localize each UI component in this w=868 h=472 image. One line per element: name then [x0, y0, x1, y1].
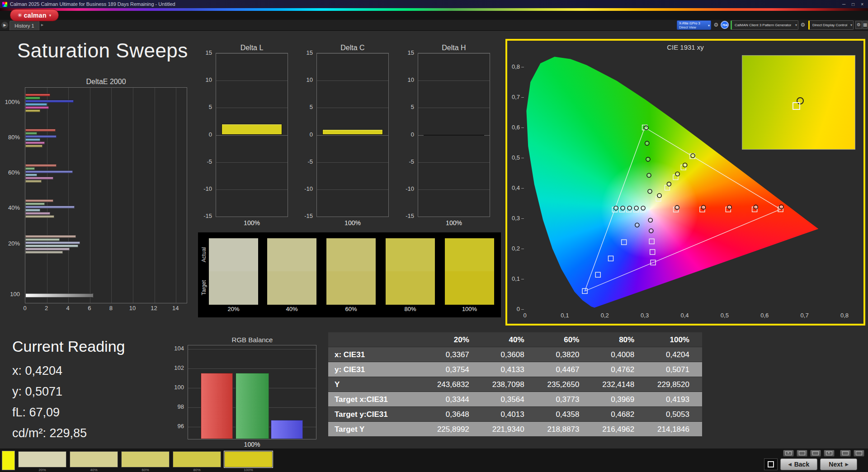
row-label: x: CIE31	[328, 347, 427, 362]
delta-h-title: Delta H	[418, 44, 490, 52]
deltae-bar	[25, 212, 50, 215]
reading-x: x: 0,4204	[12, 364, 62, 378]
bottom-swatch[interactable]	[18, 451, 66, 467]
deltae-bar	[25, 142, 45, 144]
calman-logo-icon: ✳	[18, 12, 22, 19]
y-tick-label: 0,8	[507, 63, 520, 70]
y-tick-label: 15	[402, 49, 414, 57]
cell-value: 229,8520	[647, 377, 702, 392]
row-label: Target Y	[328, 422, 427, 436]
y-category-label: 60%	[0, 169, 20, 176]
meter-select-button[interactable]: X-Rite i1Pro 3 Direct View ▾	[677, 20, 711, 30]
deltae-bar	[25, 199, 53, 202]
bottom-swatch-label: 60%	[121, 468, 170, 472]
actual-swatch	[445, 238, 494, 271]
bottom-swatch[interactable]	[121, 451, 170, 467]
bottom-swatch[interactable]	[173, 451, 221, 467]
y-tick-mark	[521, 127, 524, 128]
measured-marker-red	[675, 205, 679, 209]
notes-button[interactable]	[824, 450, 835, 457]
y-tick-label: 102	[172, 364, 184, 372]
cell-value: 218,8873	[537, 422, 592, 436]
deltae-bar	[25, 167, 35, 170]
cell-value: 0,5071	[647, 362, 702, 377]
settings-gear-button[interactable]: ⚙	[855, 21, 862, 29]
x-tick-label: 0,5	[721, 312, 729, 319]
y-category-label: 20%	[0, 240, 20, 247]
swatch-level-label: 40%	[267, 306, 316, 312]
bottom-swatch[interactable]	[224, 451, 273, 467]
page-title: Saturation Sweeps	[17, 39, 188, 62]
y-tick-label: 15	[301, 49, 313, 57]
measured-marker-green	[648, 189, 652, 194]
layout-grid-button[interactable]: ▦	[863, 21, 868, 29]
help-button[interactable]	[854, 450, 864, 457]
display-control-button[interactable]: Direct Display Control ▾	[808, 20, 854, 30]
meter-status-badge: 704	[721, 21, 729, 29]
maximize-button[interactable]: □	[852, 2, 854, 7]
pattern-window-button[interactable]	[783, 450, 794, 457]
bottom-swatch[interactable]	[70, 451, 118, 467]
deltae-chart-area	[25, 87, 187, 303]
minimize-button[interactable]: ─	[842, 2, 845, 7]
measured-marker-green	[646, 157, 650, 161]
history-nav-button[interactable]: ▶	[1, 22, 8, 28]
table-row: Target x:CIE310,33440,35640,37730,39690,…	[328, 392, 702, 407]
bottom-swatch-label: 80%	[173, 468, 221, 472]
measured-marker-red	[727, 205, 731, 209]
back-button[interactable]: ◀ Back	[780, 458, 817, 470]
delta-c-title: Delta C	[316, 44, 389, 52]
report-button[interactable]	[810, 450, 821, 457]
close-button[interactable]: ×	[861, 2, 863, 7]
bottom-swatch-label: 20%	[18, 468, 66, 472]
swatch-level-label: 60%	[326, 306, 376, 312]
delta-l-chart-area	[216, 53, 288, 217]
measured-marker-cyan	[614, 206, 618, 210]
next-button[interactable]: Next ▶	[820, 458, 857, 470]
measured-marker-magenta	[648, 218, 652, 222]
pattern-generator-button[interactable]: CalMAN Client 3 Pattern Generator ▾	[731, 20, 798, 30]
display-control-label: Direct Display Control	[812, 23, 847, 27]
deltae-bar	[25, 94, 50, 96]
deltae-bar	[25, 241, 80, 244]
deltae-bar	[25, 138, 40, 141]
cell-value: 221,9340	[482, 422, 537, 436]
window-titlebar: Calman 2025 Calman Ultimate for Business…	[0, 0, 868, 8]
stop-measurement-button[interactable]	[764, 458, 778, 470]
deltae-bar	[25, 248, 70, 250]
display-preview-button[interactable]	[797, 450, 807, 457]
row-label: Target x:CIE31	[328, 392, 427, 406]
deltae-bar	[25, 177, 53, 179]
pattern-settings-gear-icon[interactable]: ⚙	[799, 21, 807, 28]
measured-marker-cyan	[641, 206, 645, 210]
chart-view-button[interactable]	[840, 450, 851, 457]
cell-value: 0,3367	[427, 347, 482, 362]
rgb-y-axis: 1041021009896	[172, 345, 186, 439]
deltae-x-axis: 02468101214	[25, 305, 187, 313]
actual-swatch	[386, 238, 435, 271]
x-tick-label: 0,2	[601, 312, 609, 319]
cell-value: 243,6832	[427, 377, 482, 392]
grid-line	[216, 189, 288, 190]
grid-line	[216, 162, 288, 163]
tab-history-1[interactable]: History 1	[9, 21, 39, 30]
cie-x-axis: 00,10,20,30,40,50,60,70,8	[507, 312, 863, 321]
x-tick-label: 0,6	[760, 312, 769, 319]
page-icon	[812, 451, 819, 455]
delta-l-x-label: 100%	[216, 219, 288, 227]
y-tick-label: -15	[301, 212, 313, 220]
meter-settings-gear-icon[interactable]: ⚙	[712, 21, 720, 28]
grid-line	[216, 135, 288, 136]
cell-value: 214,1846	[647, 422, 702, 436]
column-header: 80%	[592, 332, 647, 347]
y-tick-mark	[521, 218, 524, 219]
deltae-bar	[25, 245, 78, 247]
calman-menu-button[interactable]: ✳ calman ▾	[10, 9, 59, 21]
table-row: Y243,6832238,7098235,2650232,4148229,852…	[328, 377, 702, 392]
target-marker-magenta	[650, 250, 655, 255]
tab-scroll-button[interactable]: ▸	[41, 22, 43, 27]
deltae-bar	[25, 180, 42, 183]
cell-value: 232,4148	[592, 377, 647, 392]
reading-y: y: 0,5071	[12, 385, 62, 399]
cell-value: 0,4467	[537, 362, 592, 377]
